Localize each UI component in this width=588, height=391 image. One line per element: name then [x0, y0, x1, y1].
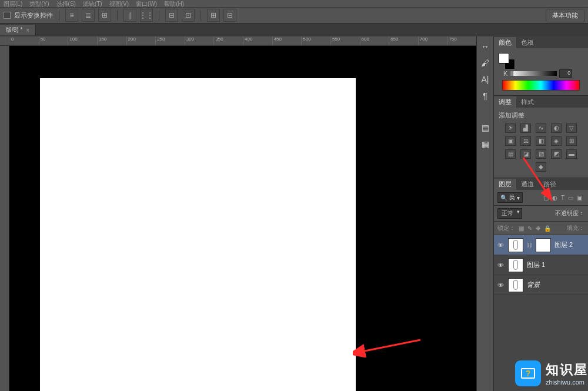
k-slider-track[interactable]	[510, 71, 557, 76]
align-icon[interactable]: ≡	[65, 9, 78, 22]
watermark: ? 知识屋 zhishiwu.com	[515, 360, 588, 386]
filter-type-icon[interactable]: T	[561, 195, 564, 201]
align-icon[interactable]: ⊟	[165, 9, 178, 22]
layer-thumbnail[interactable]	[508, 238, 523, 252]
layer-row[interactable]: 👁 背景	[494, 275, 588, 295]
posterize-icon[interactable]: ▨	[536, 149, 546, 159]
align-icon[interactable]: ⊟	[223, 9, 236, 22]
layer-filter-row: 🔍 类 ▾ ▢ ◐ T ▭ ▣	[494, 190, 588, 206]
visibility-icon[interactable]: 👁	[496, 262, 505, 269]
show-transform-checkbox[interactable]	[4, 12, 11, 19]
filter-pixel-icon[interactable]: ▢	[543, 195, 549, 201]
filter-smart-icon[interactable]: ▣	[577, 195, 582, 201]
visibility-icon[interactable]: 👁	[496, 242, 505, 249]
lock-position-icon[interactable]: ✥	[536, 225, 540, 232]
layer-thumbnail[interactable]	[508, 258, 523, 272]
filter-adjust-icon[interactable]: ◐	[552, 195, 557, 201]
adjustments-panel: 添加调整 ☀ ▟ ∿ ◐ ▽ ▣ ⚖ ◧ ◈ ⊞ ▤ ◪ ▨ ◩ ▬ ◆	[494, 108, 588, 178]
brush-icon[interactable]: 🖌	[479, 56, 492, 69]
tab-swatches[interactable]: 色板	[516, 37, 539, 48]
close-icon[interactable]: ×	[26, 27, 29, 34]
channel-mixer-icon[interactable]: ⊞	[566, 136, 577, 146]
invert-icon[interactable]: ◪	[520, 149, 531, 159]
layer-name[interactable]: 图层 2	[554, 240, 573, 249]
curves-icon[interactable]: ∿	[536, 123, 546, 133]
paragraph-icon[interactable]: ¶	[479, 89, 492, 102]
align-icon[interactable]: ≣	[82, 9, 95, 22]
layer-blend-row: 正常 不透明度：	[494, 206, 588, 222]
menu-window[interactable]: 窗口(W)	[136, 0, 157, 7]
k-slider-thumb[interactable]	[510, 70, 513, 77]
layer-row[interactable]: 👁 图层 1	[494, 255, 588, 275]
adjustment-presets: ☀ ▟ ∿ ◐ ▽ ▣ ⚖ ◧ ◈ ⊞ ▤ ◪ ▨ ◩ ▬ ◆	[499, 123, 583, 172]
menu-type[interactable]: 类型(Y)	[29, 0, 49, 7]
foreground-background-swatches[interactable]	[499, 53, 515, 69]
panel-icon[interactable]: ▤	[479, 121, 492, 134]
document-tab[interactable]: 版/8) * ×	[0, 25, 36, 35]
distribute-icon[interactable]: ||	[123, 9, 136, 22]
separator	[59, 10, 59, 21]
menu-bar: 图层(L) 类型(Y) 选择(S) 滤镜(T) 视图(V) 窗口(W) 帮助(H…	[0, 0, 588, 7]
brightness-icon[interactable]: ☀	[505, 123, 516, 133]
tab-channels[interactable]: 通道	[516, 179, 539, 190]
k-value-input[interactable]: 0	[559, 69, 572, 78]
tab-layers[interactable]: 图层	[494, 179, 516, 190]
tab-paths[interactable]: 路径	[539, 179, 561, 190]
character-icon[interactable]: A|	[479, 73, 492, 86]
photo-filter-icon[interactable]: ◈	[551, 136, 562, 146]
filter-shape-icon[interactable]: ▭	[568, 195, 573, 201]
workspace-switcher[interactable]: 基本功能	[546, 9, 584, 22]
layer-name[interactable]: 图层 1	[527, 260, 545, 269]
lookup-icon[interactable]: ▤	[505, 149, 516, 159]
adjustments-tabs: 调整 样式	[494, 96, 588, 108]
gradient-map-icon[interactable]: ▬	[566, 149, 577, 159]
horizontal-ruler[interactable]: 0501001502002503003504004505005506006507…	[9, 36, 476, 46]
k-label: K	[503, 70, 507, 77]
canvas-viewport[interactable]	[9, 46, 476, 391]
layer-mask-thumbnail[interactable]	[536, 238, 551, 252]
color-spectrum[interactable]	[502, 80, 580, 91]
hue-icon[interactable]: ▣	[505, 136, 516, 146]
search-icon: 🔍	[500, 195, 507, 201]
align-icon[interactable]: ⊞	[98, 9, 111, 22]
tab-adjustments[interactable]: 调整	[494, 96, 516, 108]
align-icon[interactable]: ⊞	[207, 9, 220, 22]
fill-label: 填充：	[567, 224, 584, 232]
selective-color-icon[interactable]: ◆	[536, 162, 546, 172]
lock-transparency-icon[interactable]: ▦	[519, 225, 524, 232]
history-icon[interactable]: ↔	[479, 40, 492, 53]
layer-name[interactable]: 背景	[527, 280, 540, 289]
foreground-color-swatch[interactable]	[499, 53, 509, 64]
layer-row[interactable]: 👁 ⛓ 图层 2	[494, 235, 588, 255]
levels-icon[interactable]: ▟	[520, 123, 531, 133]
menu-layer[interactable]: 图层(L)	[4, 0, 22, 7]
panel-icon[interactable]: ▦	[479, 138, 492, 151]
tab-styles[interactable]: 样式	[516, 96, 539, 108]
vertical-ruler[interactable]	[0, 46, 9, 391]
bw-icon[interactable]: ◧	[536, 136, 546, 146]
menu-filter[interactable]: 滤镜(T)	[83, 0, 102, 7]
visibility-icon[interactable]: 👁	[496, 282, 505, 289]
options-bar: 显示变换控件 ≡ ≣ ⊞ || ⋮⋮ ⊟ ⊡ ⊞ ⊟ 基本功能	[0, 7, 588, 24]
menu-select[interactable]: 选择(S)	[56, 0, 76, 7]
mask-link-icon[interactable]: ⛓	[527, 242, 532, 248]
distribute-icon[interactable]: ⋮⋮	[140, 9, 153, 22]
separator	[159, 10, 159, 21]
menu-view[interactable]: 视图(V)	[109, 0, 129, 7]
document-tab-name: 版/8) *	[6, 26, 22, 34]
tab-color[interactable]: 颜色	[494, 37, 516, 48]
ruler-origin[interactable]	[0, 36, 9, 46]
vibrance-icon[interactable]: ▽	[566, 123, 577, 133]
threshold-icon[interactable]: ◩	[551, 149, 562, 159]
menu-help[interactable]: 帮助(H)	[164, 0, 184, 7]
document-canvas[interactable]	[40, 78, 356, 391]
layer-thumbnail[interactable]	[508, 278, 523, 292]
align-icon[interactable]: ⊡	[182, 9, 195, 22]
filter-kind-dropdown[interactable]: 🔍 类 ▾	[497, 192, 523, 203]
lock-image-icon[interactable]: ✎	[527, 225, 532, 232]
exposure-icon[interactable]: ◐	[551, 123, 562, 133]
balance-icon[interactable]: ⚖	[520, 136, 531, 146]
separator	[201, 10, 201, 21]
lock-all-icon[interactable]: 🔒	[544, 225, 551, 232]
blend-mode-dropdown[interactable]: 正常	[497, 208, 522, 219]
